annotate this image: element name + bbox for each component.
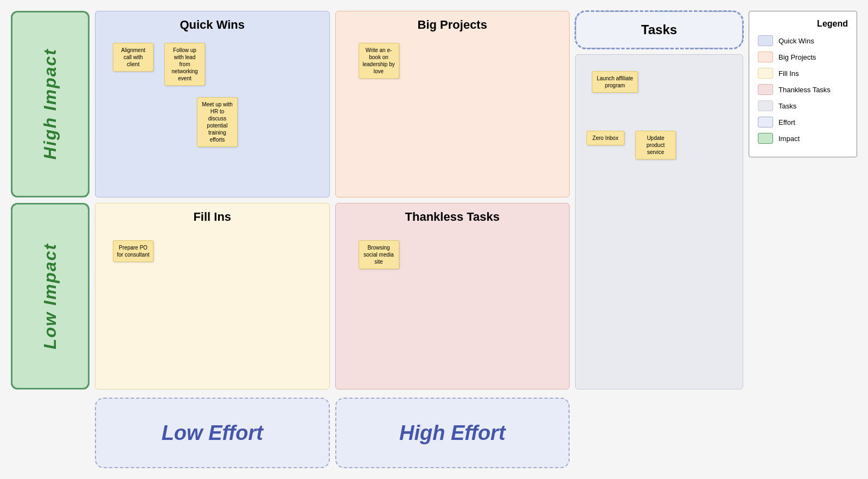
big-projects-quadrant: Big Projects Write an e-book on leadersh… (335, 11, 570, 197)
legend-color-tasks (758, 100, 773, 111)
sticky-note[interactable]: Prepare PO for consultant (113, 240, 154, 262)
high-impact-label: High Impact (11, 11, 90, 197)
thankless-tasks-content: Browsing social media site (342, 229, 563, 380)
sticky-note[interactable]: Browsing social media site (359, 240, 399, 269)
legend-item: Impact (758, 133, 848, 144)
legend-item: Quick Wins (758, 35, 848, 46)
legend-item: Big Projects (758, 52, 848, 62)
thankless-tasks-quadrant: Thankless Tasks Browsing social media si… (335, 203, 570, 389)
legend-label-big-projects: Big Projects (778, 53, 816, 61)
legend-title: Legend (758, 19, 848, 29)
sticky-note[interactable]: Follow up with lead from networking even… (164, 43, 205, 86)
legend-label-fill-ins: Fill Ins (778, 69, 799, 78)
legend-item: Fill Ins (758, 68, 848, 79)
quadrant-grid: Quick Wins Alignment call with client Fo… (95, 11, 570, 389)
sticky-note[interactable]: Alignment call with client (113, 43, 154, 72)
big-projects-title: Big Projects (342, 18, 563, 32)
quick-wins-quadrant: Quick Wins Alignment call with client Fo… (95, 11, 330, 197)
legend-label-impact: Impact (778, 135, 800, 143)
effort-right-spacer (575, 398, 743, 468)
legend-item: Thankless Tasks (758, 84, 848, 95)
legend-color-thankless (758, 84, 773, 95)
legend-color-quick-wins (758, 35, 773, 46)
quick-wins-content: Alignment call with client Follow up wit… (102, 37, 323, 188)
sticky-note[interactable]: Launch affiliate program (592, 71, 638, 93)
tasks-header: Tasks (575, 11, 743, 49)
sticky-note[interactable]: Meet up with HR to discuss potential tra… (197, 97, 238, 147)
legend-label-quick-wins: Quick Wins (778, 37, 814, 45)
effort-row: Low Effort High Effort (11, 398, 743, 468)
low-effort-label: Low Effort (95, 398, 330, 468)
tasks-panel: Tasks Launch affiliate program Zero Inbo… (575, 11, 743, 389)
legend-item: Tasks (758, 100, 848, 111)
effort-spacer (11, 398, 90, 468)
main-container: High Impact Low Impact Quick Wins Alignm… (0, 0, 868, 479)
thankless-tasks-title: Thankless Tasks (342, 210, 563, 224)
legend-label-tasks: Tasks (778, 102, 796, 110)
fill-ins-content: Prepare PO for consultant (102, 229, 323, 380)
quick-wins-title: Quick Wins (102, 18, 323, 32)
fill-ins-title: Fill Ins (102, 210, 323, 224)
sticky-note[interactable]: Zero Inbox (586, 131, 624, 145)
legend-color-effort (758, 117, 773, 127)
legend-color-impact (758, 133, 773, 144)
high-impact-row: Quick Wins Alignment call with client Fo… (95, 11, 570, 197)
low-impact-label: Low Impact (11, 203, 90, 389)
sticky-note[interactable]: Write an e-book on leadership by love (359, 43, 399, 79)
legend-label-effort: Effort (778, 118, 795, 126)
legend-color-big-projects (758, 52, 773, 62)
fill-ins-quadrant: Fill Ins Prepare PO for consultant (95, 203, 330, 389)
big-projects-content: Write an e-book on leadership by love (342, 37, 563, 188)
low-impact-row: Fill Ins Prepare PO for consultant Thank… (95, 203, 570, 389)
impact-column: High Impact Low Impact (11, 11, 90, 389)
high-effort-label: High Effort (335, 398, 570, 468)
legend-color-fill-ins (758, 68, 773, 79)
legend-label-thankless: Thankless Tasks (778, 86, 831, 94)
tasks-body: Launch affiliate program Zero Inbox Upda… (575, 54, 743, 389)
legend-panel: Legend Quick Wins Big Projects Fill Ins … (749, 11, 857, 157)
legend-item: Effort (758, 117, 848, 127)
sticky-note[interactable]: Update product service (635, 131, 676, 159)
